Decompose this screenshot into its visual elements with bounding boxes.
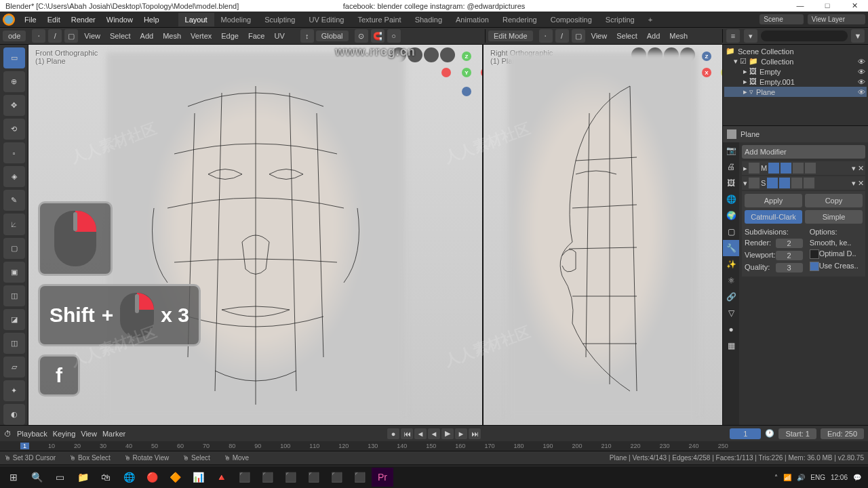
tool-polybuild[interactable]: ✦ — [3, 380, 25, 401]
quality-value[interactable]: 3 — [776, 263, 803, 272]
viewport-front[interactable]: Front Orthographic (1) Plane Z Y X — [28, 45, 484, 425]
close-button[interactable]: ✕ — [841, 1, 868, 10]
header-add-r[interactable]: Add — [643, 30, 665, 41]
prop-tab-physics[interactable]: ⚛ — [723, 272, 739, 289]
maximize-button[interactable]: □ — [814, 1, 841, 10]
minimize-button[interactable]: — — [787, 1, 814, 10]
header-select[interactable]: Select — [106, 30, 135, 41]
optimal-checkbox[interactable] — [810, 249, 819, 259]
mod-display-icon[interactable] — [779, 178, 790, 188]
select-mode-face-icon[interactable]: ▢ — [64, 29, 78, 43]
outliner-item-row-selected[interactable]: ▸ ▿ Plane👁 — [724, 87, 867, 97]
menu-file[interactable]: File — [19, 13, 42, 26]
smooth-label[interactable]: Smooth, ke.. — [810, 239, 863, 247]
tool-bevel[interactable]: ◪ — [3, 309, 25, 330]
prop-tab-mesh[interactable]: ▽ — [723, 305, 739, 321]
tool-select-box[interactable]: ▭ — [3, 47, 25, 68]
autokey-button[interactable]: ● — [387, 428, 399, 439]
orientation-selector[interactable]: Global — [316, 30, 349, 41]
tray-network-icon[interactable]: 📶 — [783, 474, 791, 481]
jump-start-button[interactable]: ⏮ — [401, 428, 413, 439]
play-button[interactable]: ▶ — [441, 428, 454, 439]
blender-icon[interactable]: 🔶 — [164, 468, 186, 487]
mod-display-icon[interactable] — [781, 163, 791, 174]
modifier-mirror-row[interactable]: ▸ M ▾ ✕ — [742, 161, 865, 175]
select-mode-icon[interactable]: ▢ — [572, 29, 585, 43]
app-icon[interactable]: ⬛ — [279, 468, 301, 487]
mod-display-icon[interactable] — [793, 163, 804, 174]
view-menu[interactable]: View — [81, 430, 97, 438]
visibility-icon[interactable]: 👁 — [858, 58, 865, 66]
tool-rotate[interactable]: ⟲ — [3, 119, 25, 140]
tray-volume-icon[interactable]: 🔊 — [797, 474, 805, 481]
header-face[interactable]: Face — [244, 30, 269, 41]
edge-icon[interactable]: 🌐 — [118, 468, 140, 487]
visibility-icon[interactable]: 👁 — [858, 68, 865, 76]
marker-menu[interactable]: Marker — [102, 430, 125, 438]
axis-y-icon[interactable]: Y — [462, 68, 471, 77]
modifier-subsurf-row[interactable]: ▾ S ▾ ✕ — [742, 176, 865, 190]
axis-gizmo[interactable]: Z Y X — [456, 52, 477, 106]
app-icon[interactable]: ⬛ — [233, 468, 255, 487]
header-mesh[interactable]: Mesh — [159, 30, 185, 41]
app-icon[interactable]: ⬛ — [256, 468, 278, 487]
outliner-search[interactable] — [761, 30, 848, 41]
tool-knife[interactable]: ▱ — [3, 357, 25, 378]
menu-window[interactable]: Window — [101, 13, 138, 26]
header-view[interactable]: View — [80, 30, 104, 41]
header-add[interactable]: Add — [136, 30, 158, 41]
start-frame[interactable]: Start: 1 — [778, 428, 816, 439]
menu-edit[interactable]: Edit — [42, 13, 66, 26]
tray-time[interactable]: 12:06 — [831, 474, 848, 481]
menu-help[interactable]: Help — [138, 13, 165, 26]
axis-blue-icon[interactable] — [462, 87, 471, 96]
tool-spin[interactable]: ◐ — [3, 404, 25, 425]
outliner-collection-row[interactable]: ▾ ☑ 📁 Collection👁 — [724, 56, 867, 66]
display-mode-icon[interactable]: ▾ — [744, 29, 757, 43]
axis-y-icon[interactable]: Y — [721, 68, 722, 77]
header-view-r[interactable]: View — [587, 30, 612, 41]
axis-z-icon[interactable]: Z — [462, 52, 471, 61]
store-icon[interactable]: 🛍 — [95, 468, 117, 487]
outliner-item-row[interactable]: ▸ 🖼 Empty👁 — [724, 66, 867, 77]
select-mode-edge-icon[interactable]: / — [48, 29, 62, 43]
keyframe-next-button[interactable]: ► — [455, 428, 467, 439]
chrome-icon[interactable]: 🔴 — [141, 468, 163, 487]
mod-display-icon[interactable] — [768, 163, 779, 174]
current-frame[interactable]: 1 — [730, 428, 761, 439]
prop-tab-material[interactable]: ● — [723, 321, 739, 338]
axis-x-neg-icon[interactable] — [441, 68, 451, 77]
visibility-icon[interactable]: 👁 — [858, 88, 865, 96]
prop-tab-modifier[interactable]: 🔧 — [723, 240, 739, 256]
mod-display-icon[interactable] — [791, 178, 802, 188]
taskview-button[interactable]: ▭ — [49, 468, 71, 487]
scene-selector[interactable]: Scene — [760, 14, 803, 24]
search-button[interactable]: 🔍 — [26, 468, 47, 487]
viewport-right[interactable]: Right Orthographic (1) Plane Z X Y — [484, 45, 722, 425]
proportional-icon[interactable]: ○ — [387, 29, 401, 43]
usecrease-checkbox[interactable] — [810, 262, 819, 271]
tray-lang[interactable]: ENG — [810, 474, 825, 481]
prop-tab-constraints[interactable]: 🔗 — [723, 289, 739, 305]
viewlayer-selector[interactable]: View Layer — [808, 14, 865, 24]
tool-measure[interactable]: ⟀ — [3, 214, 25, 235]
prop-tab-object[interactable]: ▢ — [723, 224, 739, 240]
keying-menu[interactable]: Keying — [53, 430, 76, 438]
mod-display-icon[interactable] — [767, 178, 778, 188]
tool-cursor[interactable]: ⊕ — [3, 71, 25, 92]
outliner-scene-row[interactable]: 📁 Scene Collection — [724, 46, 867, 56]
timeline-icon[interactable]: ⏱ — [4, 430, 12, 438]
tool-extrude[interactable]: ▣ — [3, 262, 25, 283]
viewport-value[interactable]: 2 — [776, 251, 803, 260]
render-value[interactable]: 2 — [776, 239, 803, 248]
jump-end-button[interactable]: ⏭ — [469, 428, 481, 439]
keyframe-prev-button[interactable]: ◄ — [414, 428, 427, 439]
explorer-icon[interactable]: 📁 — [72, 468, 94, 487]
prop-tab-render[interactable]: 📷 — [723, 142, 739, 159]
pivot-icon[interactable]: ⊙ — [355, 29, 368, 43]
prop-tab-particles[interactable]: ✨ — [723, 256, 739, 272]
prop-tab-scene[interactable]: 🌐 — [723, 191, 739, 207]
overlay-zoom-icon[interactable] — [440, 47, 455, 62]
tab-modeling[interactable]: Modeling — [214, 13, 258, 26]
prop-tab-output[interactable]: 🖨 — [723, 159, 739, 175]
